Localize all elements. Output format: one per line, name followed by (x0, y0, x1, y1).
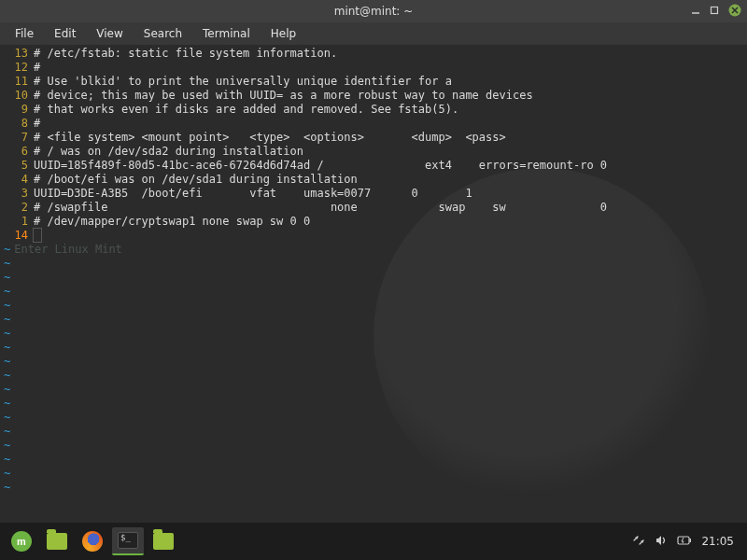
menu-search[interactable]: Search (134, 25, 191, 42)
line-number: 11 (0, 75, 34, 89)
menu-terminal[interactable]: Terminal (193, 25, 260, 42)
line-number: 9 (0, 103, 34, 117)
minimize-icon[interactable] (691, 6, 700, 15)
ghost-hint: Enter Linux Mint (10, 243, 122, 257)
code-line: # / was on /dev/sda2 during installation (34, 145, 747, 159)
line-number: 1 (0, 215, 34, 229)
empty-line-tilde: ~ (0, 271, 10, 285)
empty-line-tilde: ~ (0, 257, 10, 271)
menu-file[interactable]: File (6, 25, 43, 42)
window-title: mint@mint: ~ (334, 5, 414, 18)
empty-line-tilde: ~ (0, 369, 10, 383)
line-number: 12 (0, 61, 34, 75)
close-icon[interactable] (728, 4, 741, 17)
start-menu-button[interactable]: m (6, 527, 37, 555)
terminal-icon (118, 532, 138, 549)
folder-icon (153, 533, 174, 550)
svg-rect-6 (690, 539, 692, 542)
code-line: # that works even if disks are added and… (34, 103, 747, 117)
terminal-area[interactable]: 13# /etc/fstab: static file system infor… (0, 45, 747, 523)
menu-help[interactable]: Help (261, 25, 305, 42)
folder-icon (47, 533, 67, 550)
task-terminal[interactable] (112, 527, 144, 555)
empty-line-tilde: ~ (0, 425, 10, 439)
line-number: 2 (0, 201, 34, 215)
show-desktop-button[interactable] (41, 527, 73, 555)
window-titlebar: mint@mint: ~ (0, 0, 747, 22)
code-line: UUID=D3DE-A3B5 /boot/efi vfat umask=0077… (34, 187, 747, 201)
line-number: 5 (0, 159, 34, 173)
empty-line-tilde: ~ (0, 439, 10, 453)
code-line: # (34, 61, 747, 75)
taskbar: m 21:05 (0, 523, 747, 560)
menu-view[interactable]: View (87, 25, 132, 42)
empty-line-tilde: ~ (0, 285, 10, 299)
mint-logo-icon: m (11, 531, 32, 552)
menu-bar: File Edit View Search Terminal Help (0, 22, 747, 45)
current-line-number: 14 (0, 229, 34, 243)
code-line: UUID=185f489f-80d5-41bc-ace6-67264d6d74a… (34, 159, 747, 173)
svg-rect-1 (712, 7, 718, 14)
empty-line-tilde: ~ (0, 397, 10, 411)
menu-edit[interactable]: Edit (45, 25, 85, 42)
code-line: # <file system> <mount point> <type> <op… (34, 131, 747, 145)
line-number: 3 (0, 187, 34, 201)
code-line: # /dev/mapper/cryptswap1 none swap sw 0 … (34, 215, 747, 229)
clock[interactable]: 21:05 (701, 535, 734, 548)
line-number: 4 (0, 173, 34, 187)
maximize-icon[interactable] (710, 6, 719, 15)
line-number: 10 (0, 89, 34, 103)
line-number: 13 (0, 47, 34, 61)
firefox-launcher[interactable] (77, 527, 108, 555)
empty-line-tilde: ~ (0, 341, 10, 355)
firefox-icon (82, 531, 103, 552)
code-line: # /boot/efi was on /dev/sda1 during inst… (34, 173, 747, 187)
cursor-line (34, 229, 747, 243)
battery-icon[interactable] (677, 535, 692, 549)
empty-line-tilde: ~ (0, 327, 10, 341)
network-icon[interactable] (632, 534, 645, 550)
empty-line-tilde: ~ (0, 481, 10, 495)
line-number: 6 (0, 145, 34, 159)
text-cursor (34, 229, 41, 242)
code-line: # (34, 117, 747, 131)
line-number: 7 (0, 131, 34, 145)
empty-line-tilde: ~ (0, 467, 10, 481)
empty-line-tilde: ~ (0, 243, 10, 257)
line-number: 8 (0, 117, 34, 131)
empty-line-tilde: ~ (0, 355, 10, 369)
empty-line-tilde: ~ (0, 453, 10, 467)
empty-line-tilde: ~ (0, 383, 10, 397)
code-line: # device; this may be used with UUID= as… (34, 89, 747, 103)
volume-icon[interactable] (655, 534, 668, 550)
code-line: # Use 'blkid' to print the universally u… (34, 75, 747, 89)
code-line: # /swapfile none swap sw 0 (34, 201, 747, 215)
empty-line-tilde: ~ (0, 411, 10, 425)
empty-line-tilde: ~ (0, 299, 10, 313)
empty-line-tilde: ~ (0, 313, 10, 327)
code-line: # /etc/fstab: static file system informa… (34, 47, 747, 61)
files-launcher[interactable] (148, 527, 179, 555)
